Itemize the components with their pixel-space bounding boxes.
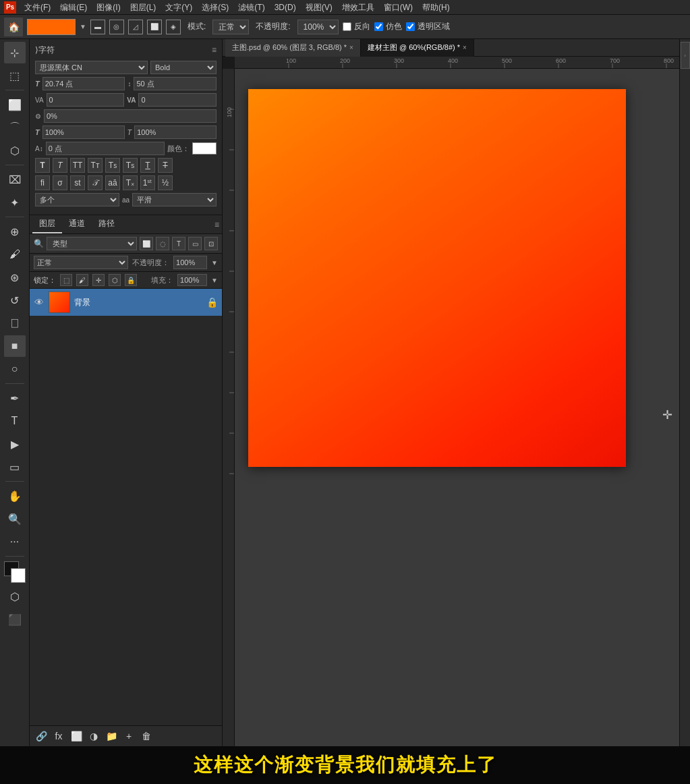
type-tool[interactable]: T <box>4 410 26 432</box>
distort-input[interactable] <box>44 109 217 123</box>
opacity-input[interactable] <box>173 256 207 269</box>
path-select-tool[interactable]: ▶ <box>4 433 26 455</box>
artboard-tool[interactable]: ⬚ <box>4 65 26 86</box>
reverse-checkbox[interactable] <box>343 22 351 31</box>
menu-image[interactable]: 图像(I) <box>92 0 124 15</box>
dodge-tool[interactable]: ○ <box>4 358 26 380</box>
baseline-input[interactable] <box>46 142 165 155</box>
quick-mask-btn[interactable]: ⬡ <box>4 586 26 607</box>
background-color[interactable] <box>11 568 26 583</box>
hand-tool[interactable]: ✋ <box>4 485 26 507</box>
ligature-btn[interactable]: fi <box>35 175 50 190</box>
superscript2-btn[interactable]: 1ˢᵗ <box>140 175 155 190</box>
marquee-tool[interactable]: ⬜ <box>4 94 26 115</box>
opacity-select[interactable]: 100% <box>297 20 339 34</box>
move-tool[interactable]: ⊹ <box>4 42 26 63</box>
language-select[interactable]: 多个 <box>35 193 119 206</box>
menu-help[interactable]: 帮助(H) <box>418 0 454 15</box>
misc-tool[interactable]: ··· <box>4 531 26 553</box>
linear-gradient-btn[interactable]: ▬ <box>90 20 105 34</box>
home-button[interactable]: 🏠 <box>4 18 23 36</box>
vulgar-fractions-btn[interactable]: ½ <box>158 175 173 190</box>
smart-filter-btn[interactable]: ⊡ <box>204 237 218 250</box>
lasso-tool[interactable]: ⌒ <box>4 117 26 138</box>
lock-brush-btn[interactable]: 🖌 <box>76 274 88 286</box>
menu-view[interactable]: 视图(V) <box>301 0 337 15</box>
link-layers-btn[interactable]: 🔗 <box>34 729 49 744</box>
layers-panel-menu-icon[interactable]: ≡ <box>214 220 219 229</box>
all-caps-btn[interactable]: TT <box>70 158 85 173</box>
history-brush-tool[interactable]: ↺ <box>4 289 26 311</box>
horiz-scale-input[interactable] <box>134 125 217 139</box>
menu-select[interactable]: 选择(S) <box>198 0 233 15</box>
kerning-input[interactable] <box>47 93 125 107</box>
superscript-btn[interactable]: Ts <box>105 158 120 173</box>
object-select-tool[interactable]: ⬡ <box>4 140 26 161</box>
layer-group-btn[interactable]: 📁 <box>104 729 119 744</box>
font-family-select[interactable]: 思源黑体 CN <box>35 61 148 74</box>
text-color-swatch[interactable] <box>192 142 217 155</box>
text-filter-btn[interactable]: T <box>172 237 185 250</box>
menu-3d[interactable]: 3D(D) <box>270 0 300 15</box>
gradient-arrow[interactable]: ▼ <box>80 23 86 30</box>
fill-input[interactable] <box>177 274 207 286</box>
pen-tool[interactable]: ✒ <box>4 387 26 409</box>
adjustment-layer-btn[interactable]: ◑ <box>86 729 101 744</box>
eraser-tool[interactable]: ⎕ <box>4 312 26 334</box>
bold-btn[interactable]: T <box>35 158 50 173</box>
brush-tool[interactable]: 🖌 <box>4 244 26 265</box>
layer-effects-btn[interactable]: fx <box>51 729 66 744</box>
tab-main-psd[interactable]: 主图.psd @ 60% (图层 3, RGB/8) * × <box>225 39 361 57</box>
layer-visibility-icon[interactable]: 👁 <box>34 297 45 308</box>
clone-stamp-tool[interactable]: ⊛ <box>4 267 26 288</box>
lock-artboard-btn[interactable]: ⬡ <box>109 274 121 286</box>
italic-btn[interactable]: T <box>53 158 67 173</box>
menu-edit[interactable]: 编辑(E) <box>56 0 91 15</box>
font-size-input[interactable] <box>42 77 125 90</box>
radial-gradient-btn[interactable]: ◎ <box>109 20 124 34</box>
menu-window[interactable]: 窗口(W) <box>380 0 417 15</box>
lock-all-btn[interactable]: 🔒 <box>125 274 137 286</box>
shape-tool[interactable]: ▭ <box>4 456 26 478</box>
strikethrough-btn[interactable]: T <box>158 158 173 173</box>
diamond-gradient-btn[interactable]: ◈ <box>166 20 181 34</box>
screen-mode-btn[interactable]: ⬛ <box>4 609 26 630</box>
angle-gradient-btn[interactable]: ◿ <box>128 20 143 34</box>
tab-main-close[interactable]: × <box>349 44 353 51</box>
font-style-select[interactable]: Bold <box>150 61 217 74</box>
stylistic-btn[interactable]: st <box>70 175 85 190</box>
mode-select[interactable]: 正常 <box>212 20 249 34</box>
fg-bg-colors[interactable] <box>4 561 26 583</box>
layer-item[interactable]: 👁 背景 🔒 <box>30 289 222 316</box>
gradient-swatch[interactable] <box>27 19 76 35</box>
adjust-filter-btn[interactable]: ◌ <box>156 237 169 250</box>
vert-scale-input[interactable] <box>42 125 125 139</box>
lock-position-btn[interactable]: ✛ <box>92 274 105 286</box>
tracking-input[interactable] <box>138 93 217 107</box>
ordinal-btn[interactable]: aā <box>105 175 120 190</box>
pixel-filter-btn[interactable]: ⬜ <box>140 237 153 250</box>
tab-jiancai[interactable]: 建材主图 @ 60%(RGB/8#) * × <box>361 39 474 57</box>
opacity-arrow[interactable]: ▼ <box>211 259 218 267</box>
titling-btn[interactable]: 𝒯 <box>88 175 103 190</box>
char-panel-menu-icon[interactable]: ≡ <box>212 45 217 55</box>
delete-layer-btn[interactable]: 🗑 <box>139 729 154 744</box>
reflected-gradient-btn[interactable]: ⬜ <box>147 20 162 34</box>
tab-paths[interactable]: 路径 <box>92 215 121 233</box>
new-layer-btn[interactable]: + <box>121 729 136 744</box>
layer-blend-mode[interactable]: 正常 <box>34 256 128 269</box>
layer-type-filter[interactable]: 类型 <box>47 237 137 250</box>
eyedropper-tool[interactable]: ✦ <box>4 192 26 213</box>
menu-plugins[interactable]: 增效工具 <box>338 0 378 15</box>
tab-jiancai-close[interactable]: × <box>463 44 467 51</box>
tab-channels[interactable]: 通道 <box>62 215 92 233</box>
shape-filter-btn[interactable]: ▭ <box>188 237 202 250</box>
small-caps-btn[interactable]: Tт <box>88 158 103 173</box>
layer-mask-btn[interactable]: ⬜ <box>69 729 84 744</box>
fractions-btn[interactable]: Tₓ <box>123 175 138 190</box>
old-style-btn[interactable]: σ <box>53 175 67 190</box>
menu-text[interactable]: 文字(Y) <box>161 0 196 15</box>
subscript-btn[interactable]: Ts <box>123 158 138 173</box>
right-edge-collapse-btn[interactable]: › <box>681 42 690 69</box>
menu-file[interactable]: 文件(F) <box>20 0 55 15</box>
